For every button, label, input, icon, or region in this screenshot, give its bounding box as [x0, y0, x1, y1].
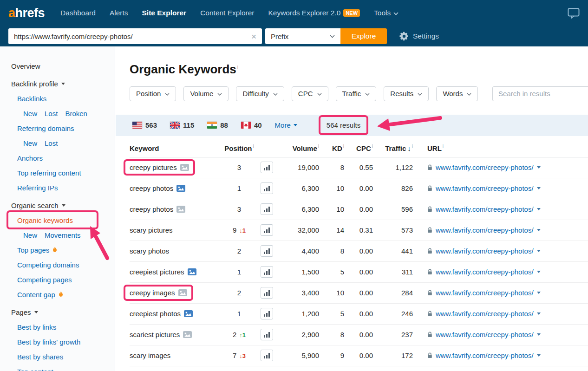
sidebar-item-organic-keywords[interactable]: Organic keywords — [17, 216, 73, 224]
url-link[interactable]: www.favrify.com/creepy-photos/ — [436, 351, 534, 359]
nav-item-tools[interactable]: Tools — [374, 9, 399, 17]
volume-cell: 3,400 — [277, 289, 319, 297]
chevron-down-icon — [294, 124, 297, 126]
sidebar-item-pages[interactable]: Pages — [11, 308, 31, 316]
target-url-input[interactable] — [13, 32, 250, 41]
sidebar-row: Referring domains — [0, 121, 115, 136]
sidebar-item-anchors[interactable]: Anchors — [17, 154, 43, 162]
country-filter-in[interactable]: 88 — [207, 121, 228, 129]
url-link[interactable]: www.favrify.com/creepy-photos/ — [436, 289, 534, 297]
sidebar-item-movements[interactable]: Movements — [45, 231, 81, 239]
col-header-keyword[interactable]: Keyword — [130, 144, 222, 152]
sidebar-item-referring-ips[interactable]: Referring IPs — [17, 184, 58, 192]
country-filter-gb[interactable]: 115 — [170, 121, 194, 129]
sidebar-item-top-content[interactable]: Top content — [17, 368, 53, 371]
url-link[interactable]: www.favrify.com/creepy-photos/ — [436, 247, 534, 255]
position-history-button[interactable] — [261, 266, 273, 278]
search-in-results-input[interactable] — [492, 86, 588, 101]
sidebar-item-new[interactable]: New — [23, 231, 37, 239]
url-link[interactable]: www.favrify.com/creepy-photos/ — [436, 331, 534, 338]
sidebar-item-content-gap[interactable]: Content gap — [17, 291, 55, 299]
sort-desc-icon: ↓ — [407, 144, 411, 152]
sidebar-item-best-by-shares[interactable]: Best by shares — [17, 353, 63, 361]
filter-traffic-button[interactable]: Traffic — [336, 86, 377, 101]
main-content: Organic Keywordsi Position Volume Diffic… — [116, 46, 588, 371]
filter-position-button[interactable]: Position — [130, 86, 176, 101]
chevron-down-icon[interactable] — [537, 333, 541, 336]
position-history-button[interactable] — [261, 245, 273, 257]
position-history-button[interactable] — [261, 203, 273, 215]
more-countries-dropdown[interactable]: More — [275, 121, 297, 129]
nav-item-keywords-explorer-2-0[interactable]: Keywords Explorer 2.0 NEW — [268, 9, 360, 17]
sidebar-item-new[interactable]: New — [23, 110, 37, 117]
sidebar-item-competing-domains[interactable]: Competing domains — [17, 261, 79, 269]
position-history-button[interactable] — [261, 287, 273, 299]
sidebar-row: Overview — [0, 59, 115, 73]
url-link[interactable]: www.favrify.com/creepy-photos/ — [436, 268, 534, 276]
url-link[interactable]: www.favrify.com/creepy-photos/ — [436, 163, 534, 171]
chevron-down-icon[interactable] — [537, 208, 541, 210]
filter-volume-button[interactable]: Volume — [183, 86, 229, 101]
filter-words-button[interactable]: Words — [436, 86, 478, 101]
url-link[interactable]: www.favrify.com/creepy-photos/ — [436, 205, 534, 213]
url-link[interactable]: www.favrify.com/creepy-photos/ — [436, 226, 534, 234]
sidebar-item-best-by-links[interactable]: Best by links — [17, 323, 56, 331]
col-header-traffic[interactable]: Traffic↓i — [373, 144, 413, 152]
chevron-down-icon[interactable] — [537, 292, 541, 294]
ahrefs-logo[interactable]: ahrefs — [8, 6, 45, 20]
nav-item-alerts[interactable]: Alerts — [110, 9, 128, 17]
position-history-button[interactable] — [261, 329, 273, 340]
sidebar-item-top-pages[interactable]: Top pages — [17, 246, 49, 254]
bar-chart-icon — [263, 269, 270, 275]
nav-item-site-explorer[interactable]: Site Explorer — [142, 9, 187, 17]
url-link[interactable]: www.favrify.com/creepy-photos/ — [436, 310, 534, 318]
sidebar-item-competing-pages[interactable]: Competing pages — [17, 276, 72, 284]
chevron-down-icon[interactable] — [537, 250, 541, 252]
chevron-down-icon[interactable] — [537, 271, 541, 273]
explore-button[interactable]: Explore — [340, 28, 387, 44]
sidebar-item-broken[interactable]: Broken — [65, 110, 87, 117]
chevron-down-icon[interactable] — [537, 187, 541, 189]
info-icon[interactable]: i — [237, 65, 238, 70]
sidebar-item-new[interactable]: New — [23, 139, 37, 147]
sidebar-item-lost[interactable]: Lost — [45, 139, 58, 147]
sidebar-item-organic-search[interactable]: Organic search — [11, 202, 59, 209]
chevron-down-icon[interactable] — [537, 229, 541, 231]
sidebar-item-lost[interactable]: Lost — [45, 110, 58, 117]
position-history-button[interactable] — [261, 224, 273, 236]
sidebar-item-best-by-links-growth[interactable]: Best by links' growth — [17, 338, 80, 346]
position-history-button[interactable] — [261, 162, 273, 173]
position-history-button[interactable] — [261, 182, 273, 194]
sidebar-item-backlink-profile[interactable]: Backlink profile — [11, 80, 58, 88]
bar-chart-icon — [263, 206, 270, 213]
chat-icon[interactable] — [568, 7, 580, 19]
url-link[interactable]: www.favrify.com/creepy-photos/ — [436, 184, 534, 192]
col-header-kd[interactable]: KDi — [319, 144, 344, 152]
position-history-button[interactable] — [261, 350, 273, 361]
col-header-cpc[interactable]: CPCi — [344, 144, 373, 152]
nav-item-content-explorer[interactable]: Content Explorer — [200, 9, 254, 17]
col-header-volume[interactable]: Volumei — [277, 144, 319, 152]
chevron-down-icon[interactable] — [537, 354, 541, 357]
chevron-down-icon[interactable] — [537, 166, 541, 169]
filter-results-button[interactable]: Results — [384, 86, 429, 101]
sidebar-item-backlinks[interactable]: Backlinks — [17, 95, 46, 103]
chevron-down-icon[interactable] — [537, 312, 541, 315]
country-filter-us[interactable]: 563 — [132, 121, 157, 129]
settings-button[interactable]: Settings — [399, 31, 439, 41]
filter-cpc-button[interactable]: CPC — [292, 86, 328, 101]
url-cell: www.favrify.com/creepy-photos/ — [413, 331, 588, 338]
sidebar-item-top-referring-content[interactable]: Top referring content — [17, 169, 81, 177]
nav-item-dashboard[interactable]: Dashboard — [60, 9, 96, 17]
mode-select[interactable]: Prefix — [265, 28, 340, 44]
country-filter-ca[interactable]: 40 — [241, 121, 262, 129]
sidebar-item-referring-domains[interactable]: Referring domains — [17, 124, 74, 132]
filter-difficulty-button[interactable]: Difficulty — [236, 86, 284, 101]
clear-input-icon[interactable]: × — [250, 32, 257, 41]
sidebar-row: Referring IPs — [0, 180, 115, 195]
sidebar-item-overview[interactable]: Overview — [11, 62, 40, 70]
col-header-position[interactable]: Positioni — [222, 144, 256, 152]
col-header-url[interactable]: URLi — [413, 144, 588, 152]
position-history-button[interactable] — [261, 308, 273, 319]
traffic-cell: 826 — [373, 184, 413, 192]
